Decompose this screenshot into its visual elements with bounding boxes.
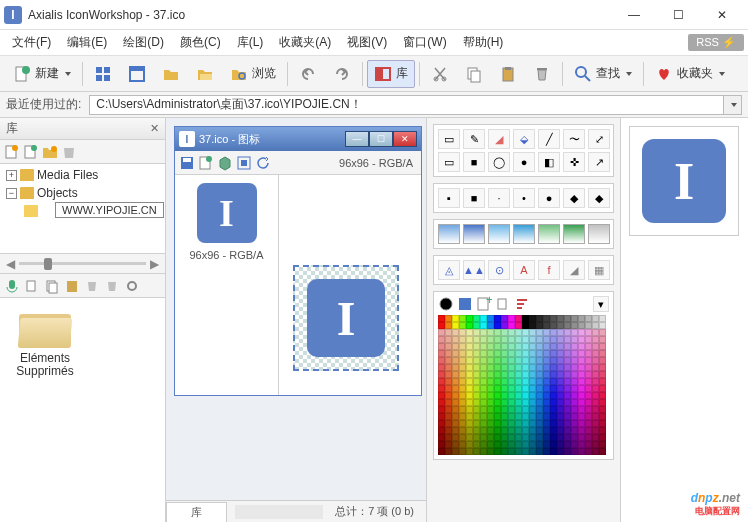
brush-diamond-m[interactable]: ◆ [588, 188, 610, 208]
maximize-button[interactable]: ☐ [656, 1, 700, 29]
color-palette-grid[interactable] [438, 315, 609, 455]
palette-add-icon[interactable]: + [476, 296, 492, 312]
palette-wheel-icon[interactable] [438, 296, 454, 312]
tb-btn-3[interactable] [155, 60, 187, 88]
tool-3d[interactable]: ◧ [538, 152, 560, 172]
rss-badge[interactable]: RSS ⚡ [688, 34, 744, 51]
search-button[interactable]: 查找 [567, 60, 639, 88]
delete-button[interactable] [526, 60, 558, 88]
lib-paste-icon[interactable] [64, 278, 80, 294]
effect-tool-1[interactable]: ▲▲ [463, 260, 485, 280]
tool-picker2[interactable]: ✜ [563, 152, 585, 172]
tool-rect-fill[interactable]: ■ [463, 152, 485, 172]
lib-gear-icon[interactable] [124, 278, 140, 294]
lib-delete-icon[interactable] [61, 144, 77, 160]
canvas-area[interactable]: I [279, 175, 421, 395]
effect-tool-0[interactable]: ◬ [438, 260, 460, 280]
effect-tool-2[interactable]: ⊙ [488, 260, 510, 280]
lib-copy-icon[interactable] [24, 278, 40, 294]
bottom-tab-library[interactable]: 库 [166, 502, 227, 522]
tb-btn-1[interactable] [87, 60, 119, 88]
menu-view[interactable]: 视图(V) [339, 32, 395, 53]
gradient-swatch-0[interactable] [438, 224, 460, 244]
menu-favorites[interactable]: 收藏夹(A) [271, 32, 339, 53]
doc-save-icon[interactable] [179, 155, 195, 171]
lib-copy2-icon[interactable] [44, 278, 60, 294]
tool-pencil[interactable]: ✎ [463, 129, 485, 149]
gradient-swatch-2[interactable] [488, 224, 510, 244]
gradient-swatch-1[interactable] [463, 224, 485, 244]
path-input[interactable] [89, 95, 724, 115]
palette-copy-icon[interactable] [495, 296, 511, 312]
lib-mic-icon[interactable] [4, 278, 20, 294]
effect-tool-6[interactable]: ▦ [588, 260, 610, 280]
gradient-swatch-5[interactable] [563, 224, 585, 244]
tool-arrow[interactable]: ↗ [588, 152, 610, 172]
tool-picker[interactable]: ⤢ [588, 129, 610, 149]
doc-resize-icon[interactable] [236, 155, 252, 171]
minimize-button[interactable]: — [612, 1, 656, 29]
effect-tool-3[interactable]: A [513, 260, 535, 280]
brush-xs[interactable]: ▪ [438, 188, 460, 208]
cut-button[interactable] [424, 60, 456, 88]
tb-btn-2[interactable] [121, 60, 153, 88]
menu-color[interactable]: 颜色(C) [172, 32, 229, 53]
icon-thumbnail[interactable]: I [197, 183, 257, 243]
brush-diamond-s[interactable]: ◆ [563, 188, 585, 208]
path-dropdown[interactable] [724, 95, 742, 115]
brush-dot-xs[interactable]: · [488, 188, 510, 208]
lib-new2-icon[interactable] [23, 144, 39, 160]
canvas[interactable]: I [293, 265, 399, 371]
menu-draw[interactable]: 绘图(D) [115, 32, 172, 53]
tool-line[interactable]: ╱ [538, 129, 560, 149]
doc-refresh-icon[interactable] [255, 155, 271, 171]
tool-rect[interactable]: ▭ [438, 152, 460, 172]
lib-trash-icon[interactable] [84, 278, 100, 294]
menu-window[interactable]: 窗口(W) [395, 32, 454, 53]
menu-edit[interactable]: 编辑(E) [59, 32, 115, 53]
brush-dot-m[interactable]: ● [538, 188, 560, 208]
new-button[interactable]: 新建 [6, 60, 78, 88]
tb-btn-4[interactable] [189, 60, 221, 88]
zoom-slider[interactable] [19, 262, 146, 265]
tool-ellipse[interactable]: ◯ [488, 152, 510, 172]
tool-fill[interactable]: ⬙ [513, 129, 535, 149]
tool-ellipse-fill[interactable]: ● [513, 152, 535, 172]
menu-file[interactable]: 文件(F) [4, 32, 59, 53]
doc-cube-icon[interactable] [217, 155, 233, 171]
gradient-swatch-3[interactable] [513, 224, 535, 244]
paste-button[interactable] [492, 60, 524, 88]
gradient-swatch-4[interactable] [538, 224, 560, 244]
library-tree[interactable]: +Media Files −Objects WWW.YIPOJIE.CN [0, 164, 165, 254]
palette-sort-icon[interactable] [514, 296, 530, 312]
redo-button[interactable] [326, 60, 358, 88]
library-button[interactable]: 库 [367, 60, 415, 88]
menu-help[interactable]: 帮助(H) [455, 32, 512, 53]
browse-button[interactable]: 浏览 [223, 60, 283, 88]
effect-tool-4[interactable]: f [538, 260, 560, 280]
lib-folder-new-icon[interactable] [42, 144, 58, 160]
doc-add-icon[interactable] [198, 155, 214, 171]
brush-s[interactable]: ■ [463, 188, 485, 208]
close-button[interactable]: ✕ [700, 1, 744, 29]
lib-new-icon[interactable] [4, 144, 20, 160]
tool-eraser[interactable]: ◢ [488, 129, 510, 149]
doc-close-button[interactable]: ✕ [393, 131, 417, 147]
copy-button[interactable] [458, 60, 490, 88]
undo-button[interactable] [292, 60, 324, 88]
lib-trash2-icon[interactable] [104, 278, 120, 294]
tool-curve[interactable]: 〜 [563, 129, 585, 149]
tool-select[interactable]: ▭ [438, 129, 460, 149]
doc-max-button[interactable]: ☐ [369, 131, 393, 147]
gradient-swatch-6[interactable] [588, 224, 610, 244]
library-file-item[interactable]: ElémentsSupprimés [10, 308, 80, 378]
favorites-button[interactable]: 收藏夹 [648, 60, 732, 88]
menu-library[interactable]: 库(L) [229, 32, 272, 53]
panel-close-icon[interactable]: ✕ [147, 121, 161, 135]
palette-dropdown[interactable]: ▾ [593, 296, 609, 312]
effect-tool-5[interactable]: ◢ [563, 260, 585, 280]
doc-min-button[interactable]: — [345, 131, 369, 147]
h-scrollbar[interactable] [235, 505, 323, 519]
palette-save-icon[interactable] [457, 296, 473, 312]
brush-dot-s[interactable]: • [513, 188, 535, 208]
